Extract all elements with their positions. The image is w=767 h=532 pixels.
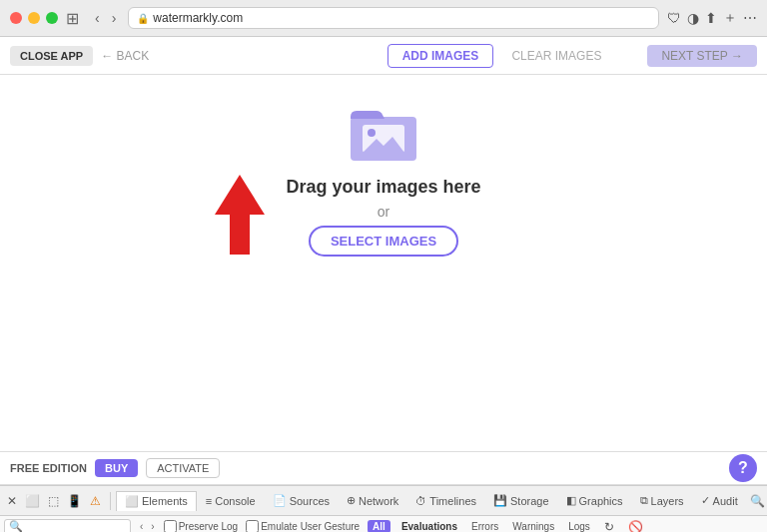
main-content: Drag your images here or SELECT IMAGES — [0, 75, 767, 451]
elements-tab-label: Elements — [142, 495, 188, 507]
tab-storage[interactable]: 💾 Storage — [485, 491, 557, 510]
console-filters: Preserve Log Emulate User Gesture All Ev… — [164, 518, 646, 533]
tab-elements[interactable]: ⬜ Elements — [116, 491, 197, 511]
address-bar[interactable]: 🔒 watermarkly.com — [128, 7, 659, 29]
tab-timelines[interactable]: ⏱ Timelines — [407, 492, 484, 510]
clear-images-button[interactable]: CLEAR IMAGES — [501, 45, 611, 67]
devtools-warning-icon[interactable]: ⚠ — [87, 492, 104, 510]
logs-filter-button[interactable]: Logs — [565, 520, 593, 532]
emulate-gesture-label: Emulate User Gesture — [261, 521, 360, 532]
select-images-button[interactable]: SELECT IMAGES — [309, 226, 458, 257]
minimize-traffic-light[interactable] — [28, 12, 40, 24]
console-refresh-icon[interactable]: ↻ — [601, 518, 617, 533]
devtools-dock-icon[interactable]: ⬜ — [22, 492, 43, 510]
graphics-tab-label: Graphics — [579, 495, 623, 507]
arrow-down-icon — [210, 175, 270, 259]
buy-button[interactable]: BUY — [95, 459, 138, 477]
svg-point-3 — [368, 129, 376, 137]
tab-audit[interactable]: ✓ Audit — [693, 491, 746, 510]
lock-icon: 🔒 — [137, 13, 149, 24]
console-clear-icon[interactable]: 🚫 — [625, 518, 646, 533]
sources-tab-icon: 📄 — [273, 494, 287, 507]
errors-filter-button[interactable]: Errors — [468, 520, 501, 532]
elements-tab-icon: ⬜ — [125, 495, 139, 508]
url-text: watermarkly.com — [153, 11, 243, 25]
traffic-lights — [10, 12, 58, 24]
activate-button[interactable]: ACTIVATE — [146, 458, 220, 478]
preserve-log-checkbox[interactable] — [164, 520, 177, 532]
graphics-tab-icon: ◧ — [566, 494, 576, 507]
console-next-button[interactable]: › — [148, 520, 157, 532]
console-search-input[interactable] — [26, 521, 126, 532]
close-traffic-light[interactable] — [10, 12, 22, 24]
folder-icon — [349, 103, 418, 167]
devtools-toolbar: ✕ ⬜ ⬚ 📱 ⚠ ⬜ Elements ≡ Console 📄 Sources… — [0, 486, 767, 516]
tab-sources[interactable]: 📄 Sources — [265, 491, 338, 510]
warnings-filter-button[interactable]: Warnings — [509, 520, 557, 532]
bitwarden-icon[interactable]: 🛡 — [667, 10, 681, 26]
tab-network[interactable]: ⊕ Network — [339, 491, 406, 510]
back-button[interactable]: ← BACK — [101, 49, 149, 63]
evaluations-filter-button[interactable]: Evaluations — [398, 520, 460, 532]
tab-graphics[interactable]: ◧ Graphics — [558, 491, 631, 510]
back-nav-button[interactable]: ‹ — [91, 8, 104, 28]
tab-console[interactable]: ≡ Console — [198, 492, 264, 510]
devtools-close-icon[interactable]: ✕ — [4, 492, 20, 510]
add-images-button[interactable]: ADD IMAGES — [387, 44, 494, 68]
next-step-button[interactable]: NEXT STEP → — [647, 45, 757, 67]
forward-nav-button[interactable]: › — [108, 8, 121, 28]
all-filter-tag[interactable]: All — [368, 520, 390, 532]
console-nav-arrows: ‹ › — [137, 520, 158, 532]
devtools-device-icon[interactable]: 📱 — [64, 492, 85, 510]
app-toolbar: CLOSE APP ← BACK ADD IMAGES CLEAR IMAGES… — [0, 37, 767, 75]
new-tab-icon[interactable]: ＋ — [723, 9, 737, 27]
search-icon: 🔍 — [9, 520, 23, 532]
audit-tab-label: Audit — [713, 495, 738, 507]
storage-tab-label: Storage — [510, 495, 549, 507]
console-prev-button[interactable]: ‹ — [137, 520, 146, 532]
sources-tab-label: Sources — [290, 495, 330, 507]
tab-layers[interactable]: ⧉ Layers — [632, 491, 692, 510]
devtools-search-icon[interactable]: 🔍 — [747, 492, 767, 510]
audit-tab-icon: ✓ — [701, 494, 710, 507]
or-label: or — [378, 204, 389, 220]
timelines-tab-label: Timelines — [429, 495, 476, 507]
storage-tab-icon: 💾 — [493, 494, 507, 507]
layers-tab-icon: ⧉ — [640, 494, 648, 507]
share-icon[interactable]: ⬆ — [705, 10, 717, 26]
timelines-tab-icon: ⏱ — [415, 495, 426, 507]
network-tab-label: Network — [359, 495, 398, 507]
devtools-right-icons: 🔍 — [747, 492, 767, 510]
close-app-button[interactable]: CLOSE APP — [10, 46, 93, 66]
dark-mode-icon[interactable]: ◑ — [687, 10, 699, 26]
console-tab-icon: ≡ — [206, 495, 212, 507]
emulate-gesture-checkbox[interactable] — [246, 520, 259, 532]
sidebar-toggle-button[interactable]: ⊞ — [66, 9, 79, 28]
emulate-gesture-filter[interactable]: Emulate User Gesture — [246, 520, 360, 532]
drag-title: Drag your images here — [286, 177, 480, 198]
devtools-panel: ✕ ⬜ ⬚ 📱 ⚠ ⬜ Elements ≡ Console 📄 Sources… — [0, 485, 767, 532]
network-tab-icon: ⊕ — [347, 494, 356, 507]
preserve-log-label: Preserve Log — [179, 521, 238, 532]
fullscreen-traffic-light[interactable] — [46, 12, 58, 24]
preserve-log-filter[interactable]: Preserve Log — [164, 520, 238, 532]
console-tab-label: Console — [215, 495, 255, 507]
layers-tab-label: Layers — [651, 495, 684, 507]
menu-icon[interactable]: ⋯ — [743, 10, 757, 26]
devtools-icon-group: ✕ ⬜ ⬚ 📱 ⚠ — [4, 492, 111, 510]
console-filter-bar: 🔍 ‹ › Preserve Log Emulate User Gesture … — [0, 516, 767, 532]
svg-marker-0 — [215, 175, 265, 255]
edition-bar: FREE EDITION BUY ACTIVATE ? — [0, 451, 767, 485]
help-button[interactable]: ? — [729, 454, 757, 482]
console-search-box[interactable]: 🔍 — [4, 519, 131, 533]
devtools-inspect-icon[interactable]: ⬚ — [45, 492, 62, 510]
edition-label: FREE EDITION — [10, 462, 87, 474]
